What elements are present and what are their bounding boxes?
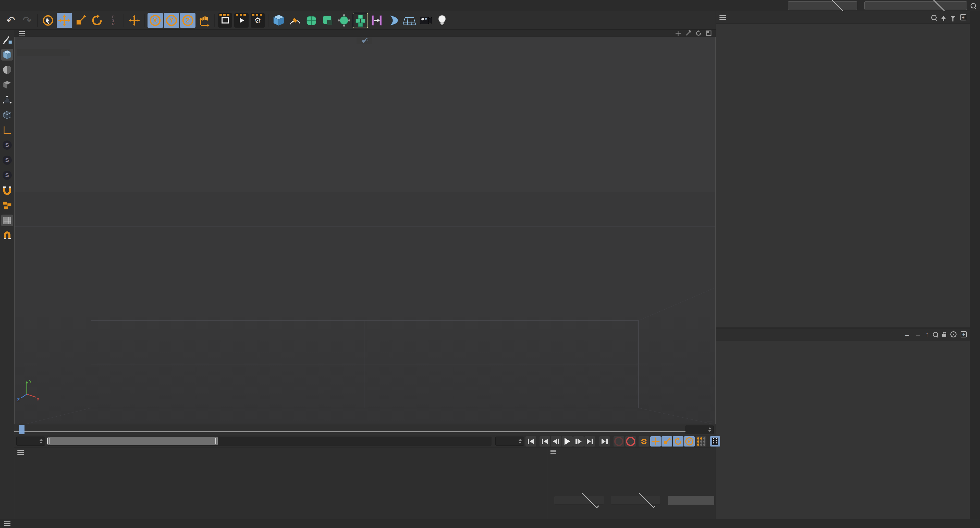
filter-icon[interactable] — [950, 16, 956, 19]
up-level-icon[interactable] — [941, 16, 946, 19]
live-selection-tool[interactable] — [40, 13, 56, 28]
preview-range-bar[interactable] — [48, 437, 218, 445]
search-icon[interactable] — [931, 15, 937, 20]
spinner-icon[interactable] — [519, 439, 524, 443]
add-icon[interactable]: + — [961, 331, 967, 337]
goto-end-button[interactable] — [599, 436, 610, 447]
lock-y-axis-button[interactable]: Y — [164, 13, 179, 28]
lock-z-axis-button[interactable]: Z — [180, 13, 196, 28]
snap-s1-button[interactable]: S — [1, 139, 13, 151]
redo-button[interactable]: ↷ — [19, 13, 35, 28]
spinner-icon[interactable] — [708, 428, 713, 432]
forward-arrow-icon[interactable]: → — [915, 330, 921, 338]
snap-s2-button[interactable]: S — [1, 154, 13, 166]
array-tool-button[interactable] — [1, 199, 13, 211]
end-frame-field[interactable] — [495, 437, 524, 446]
current-frame-field[interactable] — [686, 425, 714, 434]
spinner-icon[interactable] — [40, 439, 45, 443]
view-label[interactable] — [17, 38, 23, 40]
workplane-tile-button[interactable] — [1, 215, 13, 227]
back-arrow-icon[interactable]: ← — [904, 330, 911, 338]
node-space-select[interactable] — [788, 1, 857, 10]
render-to-picture-viewer-button[interactable] — [234, 13, 249, 28]
add-generator-button[interactable] — [320, 13, 335, 28]
up-arrow-icon[interactable]: ↑ — [925, 330, 929, 338]
undo-button[interactable]: ↶ — [3, 13, 18, 28]
timeline-filmstrip-button[interactable] — [710, 436, 720, 447]
lock-icon[interactable] — [942, 334, 946, 337]
add-light-button[interactable] — [434, 13, 450, 28]
add-cloner-button[interactable] — [353, 13, 368, 28]
search-icon[interactable] — [970, 3, 976, 8]
points-mode-button[interactable] — [1, 94, 13, 106]
zoom-view-icon[interactable] — [685, 30, 692, 37]
coordinate-space-select[interactable] — [554, 496, 604, 504]
status-menu-icon[interactable] — [4, 522, 11, 526]
add-spline-pen-button[interactable] — [287, 13, 303, 28]
viewport-menu-icon[interactable] — [19, 31, 25, 35]
snapping-magnet-button[interactable] — [1, 230, 13, 241]
add-camera-button[interactable] — [418, 13, 433, 28]
timeline-ruler[interactable] — [14, 424, 716, 435]
make-editable-button[interactable] — [1, 34, 13, 45]
last-used-tool[interactable] — [127, 13, 142, 28]
add-icon[interactable]: + — [960, 14, 966, 21]
bottom-left-strip — [0, 424, 14, 519]
keyframe-settings-button[interactable]: ⚙ — [638, 436, 649, 447]
scene-canvas[interactable]: Y X Z — [14, 37, 716, 424]
start-frame-field[interactable] — [16, 437, 45, 446]
play-button[interactable] — [562, 436, 573, 447]
coordinates-menu-icon[interactable] — [550, 450, 556, 454]
coordinate-mode-select[interactable] — [611, 496, 661, 504]
search-icon[interactable] — [933, 332, 938, 337]
material-menu-icon[interactable] — [18, 450, 24, 455]
magnet-tool-button[interactable] — [1, 184, 13, 196]
pan-view-icon[interactable] — [675, 30, 681, 37]
next-frame-button[interactable] — [573, 436, 584, 447]
key-rotation-toggle[interactable] — [673, 436, 683, 447]
svg-text:Z: Z — [186, 17, 190, 24]
add-deformer-button[interactable] — [336, 13, 352, 28]
goto-start-button[interactable] — [525, 436, 536, 447]
add-instance-button[interactable] — [369, 13, 384, 28]
scale-tool[interactable] — [73, 13, 88, 28]
preview-range-track[interactable] — [47, 437, 492, 446]
autokey-button[interactable] — [625, 436, 636, 447]
model-mode-button[interactable] — [1, 49, 13, 61]
edges-mode-button[interactable] — [1, 109, 13, 121]
key-pla-toggle[interactable] — [696, 436, 706, 447]
move-tool[interactable] — [57, 13, 72, 28]
attribute-manager: ← → ↑ + — [716, 327, 970, 519]
camera-label[interactable] — [356, 38, 372, 44]
psr-greyed-tool[interactable]: PSR — [106, 13, 121, 28]
record-key-button[interactable] — [614, 436, 624, 447]
next-key-button[interactable] — [584, 436, 595, 447]
key-scale-toggle[interactable] — [662, 436, 672, 447]
object-manager-menu-icon[interactable] — [719, 15, 726, 20]
timeline-playhead[interactable] — [19, 425, 24, 434]
texture-mode-button[interactable] — [1, 64, 13, 76]
target-icon[interactable] — [950, 331, 956, 337]
object-manager: + — [716, 11, 970, 327]
rotate-view-icon[interactable] — [695, 30, 702, 37]
render-view-button[interactable] — [218, 13, 233, 28]
add-cube-primitive-button[interactable] — [271, 13, 286, 28]
snap-s3-button[interactable]: S — [1, 169, 13, 181]
key-position-toggle[interactable] — [650, 436, 661, 447]
coordinate-system-button[interactable] — [197, 13, 212, 28]
layout-select[interactable] — [864, 1, 967, 10]
rotate-tool[interactable] — [89, 13, 105, 28]
workplane-mode-button[interactable] — [1, 79, 13, 91]
polygons-mode-button[interactable] — [1, 124, 13, 136]
lock-x-axis-button[interactable]: X — [148, 13, 163, 28]
add-floor-button[interactable] — [402, 13, 417, 28]
previous-frame-button[interactable] — [551, 436, 562, 447]
add-environment-button[interactable] — [385, 13, 401, 28]
previous-key-button[interactable] — [539, 436, 550, 447]
render-settings-button[interactable]: ⚙ — [250, 13, 266, 28]
viewport[interactable]: Y X Z — [14, 37, 716, 424]
add-subdivision-surface-button[interactable] — [304, 13, 319, 28]
apply-button[interactable] — [668, 496, 714, 505]
key-parameter-toggle[interactable]: P — [684, 436, 695, 447]
toggle-view-icon[interactable] — [705, 30, 712, 37]
